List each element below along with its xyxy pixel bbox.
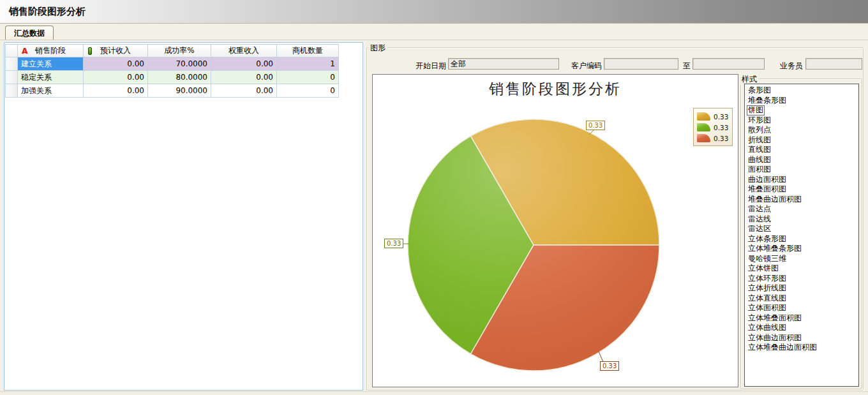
column-header-opportunity-count[interactable]: 商机数量 <box>277 45 339 57</box>
style-option[interactable]: 条形图 <box>747 86 772 96</box>
style-option[interactable]: 堆叠条形图 <box>747 96 788 106</box>
to-label: 至 <box>682 61 691 71</box>
cell-expected-income: 0.00 <box>84 57 148 71</box>
salesman-label: 业务员 <box>776 61 803 71</box>
style-option[interactable]: 立体饼图 <box>747 264 780 274</box>
legend-entry: 0.33 <box>697 122 730 133</box>
column-header-success-rate-label: 成功率% <box>164 46 194 55</box>
slice-value-callout-green: 0.33 <box>384 239 403 248</box>
cell-stage: 加强关系 <box>18 84 84 98</box>
slice-value-callout-red: 0.33 <box>600 361 619 371</box>
row-indicator-header <box>6 45 18 57</box>
callout-leader-red <box>599 352 603 362</box>
table-row[interactable]: 稳定关系 0.00 80.0000 0.00 0 <box>6 71 339 84</box>
sales-stage-table: A 销售阶段 预计收入 成功率% 权重收入 商机数量 <box>5 44 339 98</box>
legend-swatch-icon <box>697 123 710 131</box>
column-header-expected-income-label: 预计收入 <box>100 46 131 55</box>
style-option[interactable]: 曼哈顿三维 <box>747 254 788 264</box>
column-header-expected-income[interactable]: 预计收入 <box>84 45 148 57</box>
style-option[interactable]: 立体堆叠条形图 <box>747 244 803 254</box>
field-pill-icon <box>88 47 92 55</box>
legend-swatch-icon <box>697 134 710 142</box>
style-option[interactable]: 曲边面积图 <box>747 175 788 185</box>
style-option[interactable]: 环形图 <box>747 116 772 126</box>
style-option[interactable]: 折线图 <box>747 135 772 145</box>
style-option[interactable]: 雷达点 <box>747 204 772 214</box>
style-option[interactable]: 立体曲边面积图 <box>747 333 803 343</box>
graph-group-label: 图形 <box>368 43 387 54</box>
cell-stage: 建立关系 <box>18 57 84 71</box>
style-option[interactable]: 堆叠面积图 <box>747 184 788 195</box>
start-date-label: 开始日期 <box>412 61 446 71</box>
bottom-strip <box>0 391 868 395</box>
style-option[interactable]: 散列点 <box>747 125 772 135</box>
column-header-opportunity-count-label: 商机数量 <box>292 46 323 55</box>
style-option[interactable]: 雷达区 <box>747 224 772 234</box>
style-option[interactable]: 立体环形图 <box>747 274 788 284</box>
legend-entry: 0.33 <box>697 133 730 144</box>
chart-legend: 0.33 0.33 0.33 <box>693 108 733 146</box>
tab-summary-data[interactable]: 汇总数据 <box>5 26 54 40</box>
column-header-stage[interactable]: A 销售阶段 <box>18 45 84 57</box>
style-option[interactable]: 曲线图 <box>747 155 772 165</box>
style-option[interactable]: 堆叠曲边面积图 <box>747 195 803 205</box>
cell-success-rate: 80.0000 <box>148 71 211 84</box>
style-option[interactable]: 直线图 <box>747 145 772 155</box>
pie-chart-panel: 销售阶段图形分析 0.33 0.33 0.33 <box>372 74 738 387</box>
legend-value: 0.33 <box>714 135 728 142</box>
customer-code-label: 客户编码 <box>566 61 602 71</box>
style-option[interactable]: 立体堆叠曲边面积图 <box>747 343 818 353</box>
chart-style-listbox[interactable]: 条形图 堆叠条形图 饼图 环形图 散列点 折线图 直线图 曲线图 面积图 曲边面… <box>744 84 859 387</box>
column-header-stage-label: 销售阶段 <box>35 46 66 55</box>
window-titlebar: 销售阶段图形分析 <box>0 0 868 24</box>
cell-success-rate: 90.0000 <box>148 84 211 98</box>
column-header-weighted-income-label: 权重收入 <box>228 46 259 55</box>
summary-grid-panel: A 销售阶段 预计收入 成功率% 权重收入 商机数量 <box>4 42 363 391</box>
style-option[interactable]: 立体堆叠面积图 <box>747 313 803 324</box>
cell-weighted-income: 0.00 <box>211 84 277 98</box>
legend-value: 0.33 <box>714 113 728 121</box>
row-indicator <box>6 57 18 71</box>
style-option[interactable]: 立体条形图 <box>747 234 788 244</box>
legend-value: 0.33 <box>714 124 728 131</box>
pie-sheen-overlay <box>408 120 659 370</box>
cell-opportunity-count: 1 <box>277 57 339 71</box>
slice-value-callout-gold: 0.33 <box>586 121 605 130</box>
table-header-row: A 销售阶段 预计收入 成功率% 权重收入 商机数量 <box>6 45 339 57</box>
sort-a-icon: A <box>22 47 27 56</box>
style-option[interactable]: 立体直线图 <box>747 294 788 304</box>
row-indicator <box>6 71 18 84</box>
cell-weighted-income: 0.00 <box>211 57 277 71</box>
style-option[interactable]: 雷达线 <box>747 214 772 225</box>
cell-expected-income: 0.00 <box>84 84 148 98</box>
style-option[interactable]: 饼图 <box>747 105 765 116</box>
column-header-success-rate[interactable]: 成功率% <box>148 45 211 57</box>
legend-entry: 0.33 <box>697 111 730 122</box>
sales-stage-analysis-window: 销售阶段图形分析 汇总数据 A 销售阶段 预计收入 成功率% <box>0 0 868 395</box>
style-option[interactable]: 面积图 <box>747 165 772 175</box>
style-option[interactable]: 立体面积图 <box>747 303 788 313</box>
style-option[interactable]: 立体曲线图 <box>747 323 788 333</box>
pie-chart <box>373 75 739 388</box>
cell-opportunity-count: 0 <box>277 84 339 98</box>
table-row[interactable]: 加强关系 0.00 90.0000 0.00 0 <box>6 84 339 98</box>
cell-expected-income: 0.00 <box>84 71 148 84</box>
customer-code-to-input[interactable] <box>692 58 765 70</box>
table-row-selected[interactable]: 建立关系 0.00 70.0000 0.00 1 <box>6 57 339 71</box>
row-indicator <box>6 84 18 98</box>
cell-weighted-income: 0.00 <box>211 71 277 84</box>
window-title: 销售阶段图形分析 <box>0 0 868 18</box>
style-option[interactable]: 立体折线图 <box>747 283 788 294</box>
customer-code-input[interactable] <box>604 58 678 70</box>
tab-strip-divider <box>0 40 868 41</box>
column-header-weighted-income[interactable]: 权重收入 <box>211 45 277 57</box>
legend-swatch-icon <box>697 112 710 121</box>
salesman-input[interactable] <box>805 58 862 70</box>
cell-success-rate: 70.0000 <box>148 57 211 71</box>
cell-opportunity-count: 0 <box>277 71 339 84</box>
cell-stage: 稳定关系 <box>18 71 84 84</box>
start-date-input[interactable] <box>448 58 559 70</box>
